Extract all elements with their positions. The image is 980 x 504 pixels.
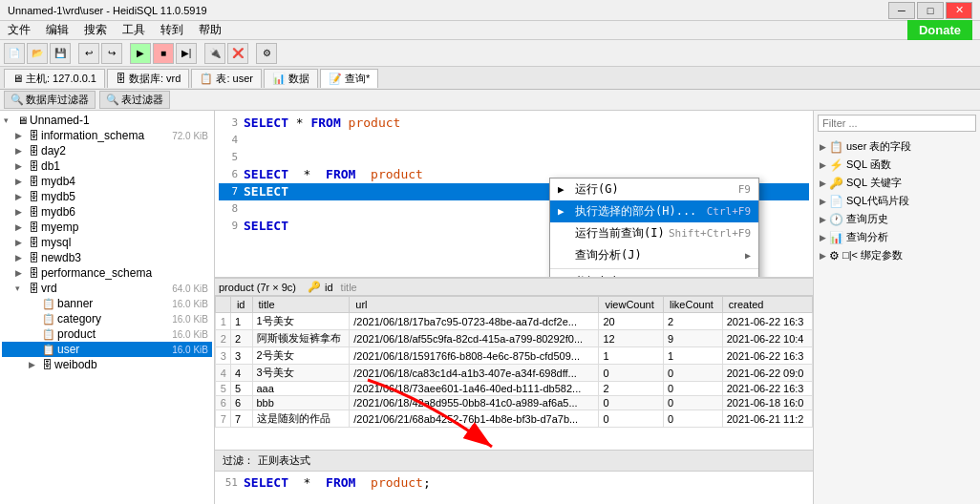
sidebar-item-mydb4[interactable]: ▶ 🗄 mydb4 (2, 174, 212, 189)
sidebar-item-vrd[interactable]: ▾ 🗄 vrd 64.0 KiB (2, 281, 212, 296)
menu-edit[interactable]: 编辑 (42, 21, 73, 39)
menu-help[interactable]: 帮助 (195, 21, 225, 39)
bottom-sql-linenum: 51 (219, 476, 238, 489)
tab-host[interactable]: 🖥 主机: 127.0.0.1 (4, 69, 105, 88)
toolbar-connect[interactable]: 🔌 (204, 43, 225, 64)
table-filter[interactable]: 🔍 表过滤器 (99, 91, 170, 109)
tab-data[interactable]: 📊 数据 (264, 69, 318, 88)
toolbar: 📄 📂 💾 ↩ ↪ ▶ ■ ▶| 🔌 ❌ ⚙ (0, 40, 980, 67)
table-row[interactable]: 332号美女/2021/06/18/159176f6-b808-4e6c-875… (216, 347, 813, 365)
sidebar-item-banner[interactable]: 📋 banner 16.0 KiB (2, 296, 212, 311)
sidebar-item-day2[interactable]: ▶ 🗄 day2 (2, 143, 212, 158)
tab-db-icon: 🗄 (116, 73, 126, 84)
sidebar-item-newdb3[interactable]: ▶ 🗄 newdb3 (2, 250, 212, 265)
rtree-bind-params[interactable]: ▶ ⚙ □|< 绑定参数 (816, 246, 978, 264)
sql-line-3: 3 SELECT * FROM product (219, 115, 809, 132)
toolbar-redo[interactable]: ↪ (101, 43, 122, 64)
col-viewcount[interactable]: viewCount (599, 297, 664, 313)
donate-button[interactable]: Donate (907, 20, 972, 40)
tree-icon-info: 🗄 (29, 130, 39, 141)
col-url[interactable]: url (350, 297, 599, 313)
right-tree: ▶ 📋 user 表的字段 ▶ ⚡ SQL 函数 ▶ 🔑 SQL 关键字 ▶ 📄… (814, 136, 980, 266)
sidebar-item-db1[interactable]: ▶ 🗄 db1 (2, 158, 212, 174)
col-likecount[interactable]: likeCount (663, 297, 722, 313)
close-button[interactable]: ✕ (946, 2, 972, 19)
table-row[interactable]: 22阿斯顿发短裤拿布/2021/06/18/af55c9fa-82cd-415a… (216, 330, 813, 347)
sidebar-item-product[interactable]: 📋 product 16.0 KiB (2, 326, 212, 342)
sidebar: ▾ 🖥 Unnamed-1 ▶ 🗄 information_schema 72.… (0, 111, 215, 504)
ctx-run-selection[interactable]: ▶ 执行选择的部分(H)... Ctrl+F9 (550, 200, 758, 222)
menu-goto[interactable]: 转到 (157, 21, 187, 39)
toolbar-new[interactable]: 📄 (4, 43, 25, 64)
sidebar-item-user[interactable]: 📋 user 16.0 KiB (2, 342, 212, 357)
toolbar-run-sel[interactable]: ▶| (176, 43, 197, 64)
tab-bar: 🖥 主机: 127.0.0.1 🗄 数据库: vrd 📋 表: user 📊 数… (0, 67, 980, 90)
col-created[interactable]: created (722, 297, 812, 313)
table-row[interactable]: 55aaa/2021/06/18/73aee601-1a46-40ed-b111… (216, 382, 813, 396)
tree-arrow-info: ▶ (15, 131, 27, 140)
tab-table[interactable]: 📋 表: user (191, 69, 262, 88)
col-title[interactable]: title (252, 297, 350, 313)
tab-table-icon: 📋 (200, 73, 213, 85)
sql-line-5: 5 (219, 149, 809, 166)
menu-file[interactable]: 文件 (4, 21, 34, 39)
toolbar-stop[interactable]: ■ (153, 43, 174, 64)
maximize-button[interactable]: □ (917, 2, 944, 19)
data-table-title-col: title (341, 282, 357, 293)
toolbar-undo[interactable]: ↩ (78, 43, 99, 64)
toolbar-run[interactable]: ▶ (130, 43, 151, 64)
bottom-sql-content: SELECT * FROM product; (244, 475, 431, 490)
ctx-analyze[interactable]: 查询分析(J) ▶ (550, 244, 758, 266)
filter-label: 过滤： (223, 453, 254, 468)
ctx-run-current[interactable]: 运行当前查询(I) Shift+Ctrl+F9 (550, 222, 758, 244)
toolbar-settings[interactable]: ⚙ (256, 43, 277, 64)
sidebar-item-unnamed1[interactable]: ▾ 🖥 Unnamed-1 (2, 113, 212, 128)
tab-db[interactable]: 🗄 数据库: vrd (107, 69, 189, 88)
ctx-cut[interactable]: ✂ 剪切(T) Ctrl+X (550, 271, 758, 278)
sidebar-item-perf-schema[interactable]: ▶ 🗄 performance_schema (2, 265, 212, 281)
right-filter-input[interactable] (818, 115, 976, 132)
table-row[interactable]: 443号美女/2021/06/18/ca83c1d4-a1b3-407e-a34… (216, 365, 813, 382)
minimize-button[interactable]: ─ (888, 2, 915, 19)
sidebar-item-mydb6[interactable]: ▶ 🗄 mydb6 (2, 204, 212, 220)
data-table-area: product (7r × 9c) 🔑 id title id title ur… (215, 278, 813, 450)
sidebar-item-myemp[interactable]: ▶ 🗄 myemp (2, 220, 212, 235)
sidebar-item-info-schema[interactable]: ▶ 🗄 information_schema 72.0 KiB (2, 128, 212, 143)
rtree-fields[interactable]: ▶ 📋 user 表的字段 (816, 137, 978, 156)
rtree-sql-functions[interactable]: ▶ ⚡ SQL 函数 (816, 156, 978, 174)
table-row[interactable]: 77这是随刻的作品/2021/06/21/68ab4252-76b1-4b8e-… (216, 410, 813, 428)
title-bar: Unnamed-1\vrd\user - HeidiSQL 11.0.5919 … (0, 0, 980, 21)
toolbar-disconnect[interactable]: ❌ (227, 43, 248, 64)
tab-query[interactable]: 📝 查询* (320, 69, 378, 88)
right-panel: ▶ 📋 user 表的字段 ▶ ⚡ SQL 函数 ▶ 🔑 SQL 关键字 ▶ 📄… (813, 111, 980, 504)
col-id-label[interactable]: id (230, 297, 252, 313)
data-table-id-col-icon: 🔑 (308, 281, 321, 293)
status-bar: 过滤： 正则表达式 (215, 450, 813, 471)
table-row[interactable]: 66bbb/2021/06/18/42a8d955-0bb8-41c0-a989… (216, 396, 813, 410)
context-menu: ▶ 运行(G) F9 ▶ 执行选择的部分(H)... Ctrl+F9 运行当前查… (549, 178, 759, 278)
filter-value: 正则表达式 (258, 453, 310, 468)
toolbar-save[interactable]: 💾 (50, 43, 71, 64)
window-controls: ─ □ ✕ (888, 2, 972, 19)
menu-search[interactable]: 搜索 (80, 21, 111, 39)
rtree-sql-keywords[interactable]: ▶ 🔑 SQL 关键字 (816, 174, 978, 192)
rtree-query-analyze[interactable]: ▶ 📊 查询分析 (816, 228, 978, 246)
rtree-query-history[interactable]: ▶ 🕐 查询历史 (816, 210, 978, 228)
filter-bar: 🔍 数据库过滤器 🔍 表过滤器 (0, 90, 980, 111)
sql-editor[interactable]: 3 SELECT * FROM product 4 5 6 SELECT * F… (215, 111, 813, 278)
ctx-run[interactable]: ▶ 运行(G) F9 (550, 178, 758, 200)
menu-tools[interactable]: 工具 (118, 21, 149, 39)
bottom-sql-bar: 51 SELECT * FROM product; (215, 471, 813, 494)
main-layout: ▾ 🖥 Unnamed-1 ▶ 🗄 information_schema 72.… (0, 111, 980, 504)
sidebar-item-mydb5[interactable]: ▶ 🗄 mydb5 (2, 189, 212, 204)
rtree-sql-snippets[interactable]: ▶ 📄 SQL代码片段 (816, 192, 978, 210)
toolbar-open[interactable]: 📂 (27, 43, 48, 64)
db-filter[interactable]: 🔍 数据库过滤器 (4, 91, 96, 109)
table-row[interactable]: 111号美女/2021/06/18/17ba7c95-0723-48be-aa7… (216, 313, 813, 330)
sidebar-item-mysql[interactable]: ▶ 🗄 mysql (2, 235, 212, 250)
data-table: id title url viewCount likeCount created… (215, 296, 813, 428)
menu-bar: 文件 编辑 搜索 工具 转到 帮助 Donate (0, 21, 980, 40)
sidebar-item-weibodb[interactable]: ▶ 🗄 weibodb (2, 357, 212, 372)
col-id (216, 297, 231, 313)
sidebar-item-category[interactable]: 📋 category 16.0 KiB (2, 311, 212, 326)
